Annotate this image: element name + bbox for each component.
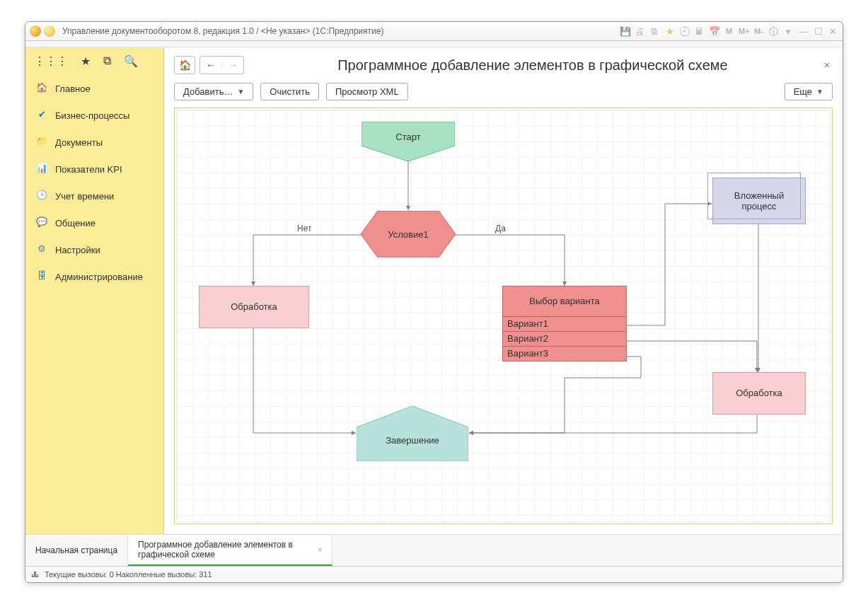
node-end[interactable]: Завершение bbox=[357, 406, 468, 461]
sidebar-item-label: Администрирование bbox=[55, 272, 143, 282]
variant-option[interactable]: Вариант2 bbox=[502, 331, 627, 347]
favorite-icon[interactable]: ★ bbox=[664, 26, 675, 37]
home-button[interactable]: 🏠 bbox=[174, 56, 195, 74]
titlebar: Управление документооборотом 8, редакция… bbox=[25, 22, 843, 41]
svg-marker-2 bbox=[357, 406, 468, 461]
house-icon: 🏠 bbox=[35, 82, 48, 95]
network-icon: 🖧 bbox=[31, 570, 39, 579]
calendar-icon[interactable]: 📅 bbox=[709, 26, 719, 37]
nav-back-forward: ← → bbox=[199, 56, 244, 74]
sidebar-item-label: Общение bbox=[55, 218, 96, 228]
sidebar-item-label: Учет времени bbox=[55, 191, 114, 202]
sidebar-item-processes[interactable]: ✔ Бизнес-процессы bbox=[25, 102, 163, 129]
chevron-down-icon: ▼ bbox=[816, 88, 823, 95]
forward-button[interactable]: → bbox=[221, 59, 243, 71]
history-icon[interactable]: 🕘 bbox=[679, 26, 690, 37]
sidebar-item-settings[interactable]: ⚙ Настройки bbox=[25, 236, 163, 263]
sidebar-item-kpi[interactable]: 📊 Показатели KPI bbox=[25, 156, 163, 183]
window-title: Управление документооборотом 8, редакция… bbox=[62, 26, 383, 36]
node-label: Обработка bbox=[231, 301, 277, 312]
sidebar-item-label: Главное bbox=[55, 83, 91, 94]
sidebar: ⋮⋮⋮ ★ ⧉ 🔍 🏠 Главное ✔ Бизнес-процессы 📁 … bbox=[25, 47, 164, 534]
clock-icon: 🕒 bbox=[35, 190, 48, 202]
sidebar-item-admin[interactable]: 🗄 Администрирование bbox=[25, 263, 163, 290]
node-subprocess[interactable]: Вложенный процесс bbox=[712, 178, 806, 224]
minimize-icon[interactable]: — bbox=[798, 26, 809, 37]
bar-chart-icon: 📊 bbox=[35, 163, 48, 175]
m-plus-icon[interactable]: M+ bbox=[739, 26, 749, 37]
variant-option[interactable]: Вариант3 bbox=[502, 346, 627, 361]
m-minus-icon[interactable]: M- bbox=[753, 26, 764, 37]
node-choice[interactable]: Выбор варианта Вариант1 Вариант2 Вариант… bbox=[502, 286, 627, 361]
node-label: Условие1 bbox=[361, 229, 456, 240]
tab-close-icon[interactable]: × bbox=[318, 546, 322, 554]
app-logo-icon bbox=[30, 25, 41, 37]
more-button-label: Еще bbox=[794, 86, 812, 97]
preview-icon[interactable]: 🗎 bbox=[649, 26, 660, 37]
add-button-label: Добавить… bbox=[183, 86, 233, 97]
print-icon[interactable]: 🖨 bbox=[635, 26, 645, 37]
maximize-icon[interactable]: ☐ bbox=[813, 26, 823, 37]
chat-icon: 💬 bbox=[35, 216, 48, 229]
chevron-down-icon: ▼ bbox=[237, 88, 244, 95]
apps-grid-icon[interactable]: ⋮⋮⋮ bbox=[34, 54, 68, 68]
sidebar-item-documents[interactable]: 📁 Документы bbox=[25, 129, 163, 156]
status-bar: 🖧 Текущие вызовы: 0 Накопленные вызовы: … bbox=[25, 566, 843, 582]
more-button[interactable]: Еще ▼ bbox=[785, 83, 833, 100]
variant-option[interactable]: Вариант1 bbox=[502, 316, 627, 332]
status-text: Текущие вызовы: 0 Накопленные вызовы: 31… bbox=[45, 570, 212, 579]
add-button[interactable]: Добавить… ▼ bbox=[174, 83, 253, 100]
page-close-button[interactable]: × bbox=[821, 59, 833, 71]
app-window: Управление документооборотом 8, редакция… bbox=[25, 21, 843, 583]
node-label: Старт bbox=[361, 132, 455, 142]
sidebar-item-main[interactable]: 🏠 Главное bbox=[25, 75, 163, 102]
edge-label-no: Нет bbox=[297, 224, 311, 233]
search-icon[interactable]: 🔍 bbox=[124, 54, 138, 68]
sidebar-item-label: Документы bbox=[55, 137, 103, 148]
sidebar-item-chat[interactable]: 💬 Общение bbox=[25, 209, 163, 236]
sidebar-item-time[interactable]: 🕒 Учет времени bbox=[25, 183, 163, 209]
titlebar-tools: 💾 🖨 🗎 ★ 🕘 🖩 📅 M M+ M- ⓘ ▾ — ☐ ✕ bbox=[620, 26, 838, 37]
sidebar-item-label: Бизнес-процессы bbox=[55, 110, 129, 121]
view-xml-button[interactable]: Просмотр XML bbox=[326, 83, 408, 100]
node-start[interactable]: Старт bbox=[361, 122, 455, 161]
sidebar-item-label: Показатели KPI bbox=[55, 164, 122, 175]
tab-label: Начальная страница bbox=[35, 545, 117, 555]
panels-icon[interactable]: ⧉ bbox=[103, 54, 111, 68]
database-icon: 🗄 bbox=[35, 270, 48, 283]
tab-start-page[interactable]: Начальная страница bbox=[25, 535, 128, 566]
info-icon[interactable]: ⓘ bbox=[768, 26, 779, 37]
close-icon[interactable]: ✕ bbox=[828, 26, 838, 37]
bottom-tabs: Начальная страница Программное добавлени… bbox=[25, 534, 843, 566]
save-icon[interactable]: 💾 bbox=[620, 26, 630, 37]
clear-button[interactable]: Очистить bbox=[260, 83, 319, 100]
check-circle-icon: ✔ bbox=[35, 109, 48, 122]
node-label: Обработка bbox=[736, 388, 782, 398]
diagram-canvas[interactable]: Старт Условие1 Нет Да Обработка bbox=[174, 108, 833, 524]
node-process-right[interactable]: Обработка bbox=[712, 372, 806, 415]
folder-icon: 📁 bbox=[35, 136, 48, 149]
tab-current[interactable]: Программное добавление элементов в графи… bbox=[128, 535, 332, 566]
m-icon[interactable]: M bbox=[724, 26, 734, 37]
node-label: Завершение bbox=[357, 435, 468, 446]
page-title: Программное добавление элементов в графи… bbox=[248, 57, 817, 74]
calculator-icon[interactable]: 🖩 bbox=[694, 26, 705, 37]
node-label: Вложенный процесс bbox=[713, 190, 805, 212]
gear-icon: ⚙ bbox=[35, 243, 48, 256]
chevron-down-icon[interactable]: ▾ bbox=[783, 26, 794, 37]
node-condition[interactable]: Условие1 bbox=[361, 211, 456, 257]
sidebar-item-label: Настройки bbox=[55, 245, 100, 255]
back-button[interactable]: ← bbox=[200, 59, 221, 71]
tab-label: Программное добавление элементов в графи… bbox=[138, 540, 311, 560]
node-process-left[interactable]: Обработка bbox=[199, 286, 309, 328]
system-menu-icon[interactable] bbox=[44, 25, 55, 37]
node-label: Выбор варианта bbox=[502, 286, 627, 317]
edge-label-yes: Да bbox=[495, 224, 506, 233]
star-icon[interactable]: ★ bbox=[81, 54, 91, 68]
